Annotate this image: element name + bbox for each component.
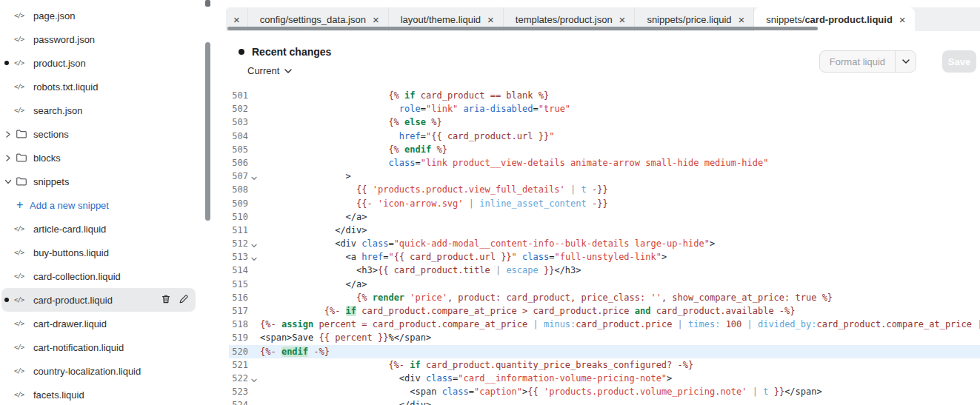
- code-line-502[interactable]: 502 role="link" aria-disabled="true": [229, 102, 980, 116]
- editor-pane: ×config/settings_data.json×layout/theme.…: [219, 0, 980, 405]
- code-text: {%- if card_product.compare_at_price > c…: [260, 304, 980, 318]
- save-button[interactable]: Save: [942, 50, 976, 73]
- fold-spacer: [248, 143, 260, 156]
- tab-label: templates/product.json: [516, 14, 613, 25]
- delete-file-button[interactable]: [160, 294, 172, 306]
- code-file-icon: </>: [14, 225, 29, 232]
- editor-toolbar: Recent changes Current Format liquid Sav…: [226, 31, 980, 86]
- folder-icon: [16, 153, 29, 163]
- code-line-517[interactable]: 517 {%- if card_product.compare_at_price…: [229, 304, 980, 318]
- fold-toggle-icon[interactable]: [248, 250, 260, 264]
- recent-changes-dot-icon: [239, 49, 244, 55]
- sidebar-item-card-collection-liquid[interactable]: </>card-collection.liquid: [1, 264, 196, 288]
- file-list: </>page.json</>password.json</>product.j…: [0, 4, 219, 405]
- fold-toggle-icon[interactable]: [248, 170, 260, 183]
- code-line-520[interactable]: 520{%- endif -%}: [229, 345, 980, 358]
- code-line-524[interactable]: 524 </div>: [229, 398, 980, 405]
- sidebar-item-cart-drawer-liquid[interactable]: </>cart-drawer.liquid: [1, 312, 196, 335]
- code-line-511[interactable]: 511 </div>: [229, 224, 980, 237]
- code-line-501[interactable]: 501 {% if card_product == blank %}: [229, 89, 980, 102]
- sidebar-item-card-product-liquid[interactable]: </>card-product.liquid: [1, 288, 196, 312]
- sidebar-item-search-json[interactable]: </>search.json: [1, 98, 196, 122]
- recent-changes-label: Recent changes: [252, 46, 331, 58]
- close-tab-icon[interactable]: ×: [373, 14, 379, 25]
- line-number: 509: [229, 197, 248, 210]
- line-number: 513: [229, 250, 248, 264]
- add-new-snippet-button[interactable]: +Add a new snippet: [1, 193, 196, 217]
- chevron-down-icon[interactable]: [5, 178, 14, 186]
- code-line-503[interactable]: 503 {% else %}: [229, 116, 980, 129]
- folder-sections[interactable]: sections: [1, 122, 196, 146]
- item-label: buy-buttons.liquid: [33, 247, 109, 258]
- sidebar-item-facets-liquid[interactable]: </>facets.liquid: [1, 383, 196, 405]
- code-line-510[interactable]: 510 </a>: [229, 210, 980, 224]
- tab-label: config/settings_data.json: [260, 14, 366, 25]
- code-file-icon: </>: [14, 107, 29, 114]
- sidebar-item-article-card-liquid[interactable]: </>article-card.liquid: [1, 217, 196, 241]
- sidebar-scrollbar[interactable]: [205, 42, 210, 221]
- code-file-icon: </>: [14, 12, 29, 19]
- code-text: href="{{ card_product.url }}": [260, 130, 980, 143]
- code-line-519[interactable]: 519<span>Save {{ percent }}%</span>: [229, 331, 980, 344]
- item-label: search.json: [33, 105, 82, 116]
- close-tab-icon[interactable]: ×: [619, 14, 626, 25]
- code-line-518[interactable]: 518{%- assign percent = card_product.com…: [229, 318, 980, 331]
- close-tab-icon[interactable]: ×: [233, 14, 240, 25]
- folder-blocks[interactable]: blocks: [1, 146, 196, 170]
- code-line-509[interactable]: 509 {{- 'icon-arrow.svg' | inline_asset_…: [229, 197, 980, 210]
- fold-spacer: [248, 183, 260, 196]
- format-liquid-caret-button[interactable]: [895, 51, 916, 72]
- sidebar-item-password-json[interactable]: </>password.json: [1, 27, 196, 51]
- code-text: >: [260, 170, 980, 183]
- close-tab-icon[interactable]: ×: [487, 14, 494, 25]
- code-file-icon: </>: [14, 391, 29, 398]
- folder-icon: [16, 176, 29, 187]
- chevron-right-icon[interactable]: [5, 154, 14, 162]
- sidebar-scrollbar-notch[interactable]: [205, 0, 210, 7]
- code-line-515[interactable]: 515 </a>: [229, 278, 980, 291]
- close-tab-icon[interactable]: ×: [739, 14, 745, 25]
- item-label: card-collection.liquid: [33, 271, 121, 282]
- code-line-508[interactable]: 508 {{ 'products.product.view_full_detai…: [229, 183, 980, 196]
- sidebar-item-cart-notification-liquid[interactable]: </>cart-notification.liquid: [1, 335, 196, 359]
- code-line-516[interactable]: 516 {% render 'price', product: card_pro…: [229, 291, 980, 304]
- folder-snippets[interactable]: snippets: [1, 170, 196, 193]
- rename-file-button[interactable]: [178, 294, 190, 306]
- code-line-504[interactable]: 504 href="{{ card_product.url }}": [229, 130, 980, 143]
- code-line-522[interactable]: 522 <div class="card__information-volume…: [229, 372, 980, 385]
- fold-spacer: [248, 345, 260, 358]
- item-label: sections: [33, 129, 69, 140]
- code-text: </div>: [260, 224, 980, 237]
- fold-toggle-icon[interactable]: [248, 237, 260, 250]
- row-actions: [160, 294, 190, 306]
- code-line-514[interactable]: 514 <h3>{{ card_product.title | escape }…: [229, 264, 980, 277]
- code-line-512[interactable]: 512 <div class="quick-add-modal__content…: [229, 237, 980, 250]
- fold-spacer: [248, 304, 260, 318]
- line-number: 524: [229, 398, 248, 405]
- code-editor[interactable]: 501 {% if card_product == blank %}502 ro…: [226, 86, 980, 405]
- code-line-505[interactable]: 505 {% endif %}: [229, 143, 980, 156]
- version-dropdown[interactable]: Current: [247, 65, 292, 76]
- sidebar-item-robots-txt-liquid[interactable]: </>robots.txt.liquid: [1, 75, 196, 98]
- code-line-521[interactable]: 521 {%- if card_product.quantity_price_b…: [229, 358, 980, 372]
- fold-toggle-icon[interactable]: [248, 372, 260, 385]
- close-tab-icon[interactable]: ×: [899, 14, 906, 25]
- code-file-icon: </>: [14, 272, 29, 280]
- sidebar-item-product-json[interactable]: </>product.json: [1, 51, 196, 75]
- tab-label: snippets/card-product.liquid: [766, 14, 893, 25]
- code-editor-app: </>page.json</>password.json</>product.j…: [0, 0, 980, 405]
- code-line-513[interactable]: 513 <a href="{{ card_product.url }}" cla…: [229, 250, 980, 264]
- sidebar-item-buy-buttons-liquid[interactable]: </>buy-buttons.liquid: [1, 241, 196, 264]
- format-liquid-button[interactable]: Format liquid: [820, 51, 895, 72]
- sidebar-item-country-localization-liquid[interactable]: </>country-localization.liquid: [1, 359, 196, 383]
- chevron-right-icon[interactable]: [5, 130, 14, 138]
- code-text: {%- endif -%}: [260, 345, 980, 358]
- code-line-506[interactable]: 506 class="link product__view-details an…: [229, 156, 980, 170]
- code-line-507[interactable]: 507 >: [229, 170, 980, 183]
- line-number: 517: [229, 304, 248, 318]
- tabs-horizontal-scrollbar[interactable]: [227, 27, 818, 30]
- fold-spacer: [248, 102, 260, 116]
- item-label: blocks: [33, 153, 61, 164]
- sidebar-item-page-json[interactable]: </>page.json: [1, 4, 196, 27]
- code-line-523[interactable]: 523 <span class="caption">{{ 'products.p…: [229, 385, 980, 398]
